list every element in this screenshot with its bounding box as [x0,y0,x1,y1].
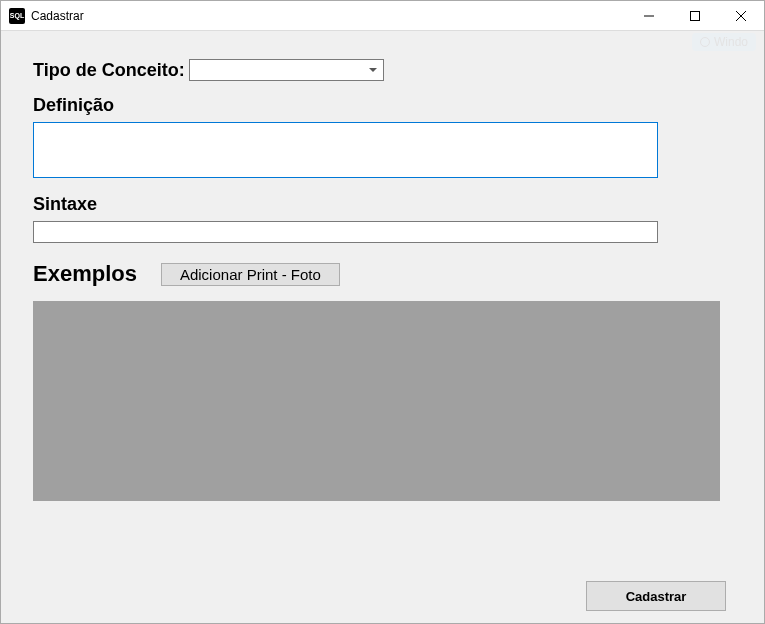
exemplos-label: Exemplos [33,261,137,287]
app-icon: SQL [9,8,25,24]
app-window: SQL Cadastrar Windo Tipo de Conceito: De… [0,0,765,624]
adicionar-print-button[interactable]: Adicionar Print - Foto [161,263,340,286]
exemplos-panel [33,301,720,501]
tipo-conceito-combobox[interactable] [189,59,384,81]
sintaxe-input[interactable] [33,221,658,243]
sintaxe-label: Sintaxe [33,194,732,215]
exemplos-row: Exemplos Adicionar Print - Foto [33,261,732,287]
maximize-button[interactable] [672,1,718,30]
definicao-input[interactable] [33,122,658,178]
tipo-label: Tipo de Conceito: [33,60,185,81]
window-title: Cadastrar [31,9,84,23]
definicao-label: Definição [33,95,732,116]
titlebar: SQL Cadastrar [1,1,764,31]
ghost-hint-text: Windo [714,35,748,49]
minimize-button[interactable] [626,1,672,30]
cadastrar-button[interactable]: Cadastrar [586,581,726,611]
svg-rect-1 [691,11,700,20]
client-area: Windo Tipo de Conceito: Definição Sintax… [1,31,764,623]
tipo-row: Tipo de Conceito: [33,59,732,81]
ghost-hint: Windo [692,33,756,51]
window-controls [626,1,764,30]
ghost-hint-icon [700,37,710,47]
close-button[interactable] [718,1,764,30]
